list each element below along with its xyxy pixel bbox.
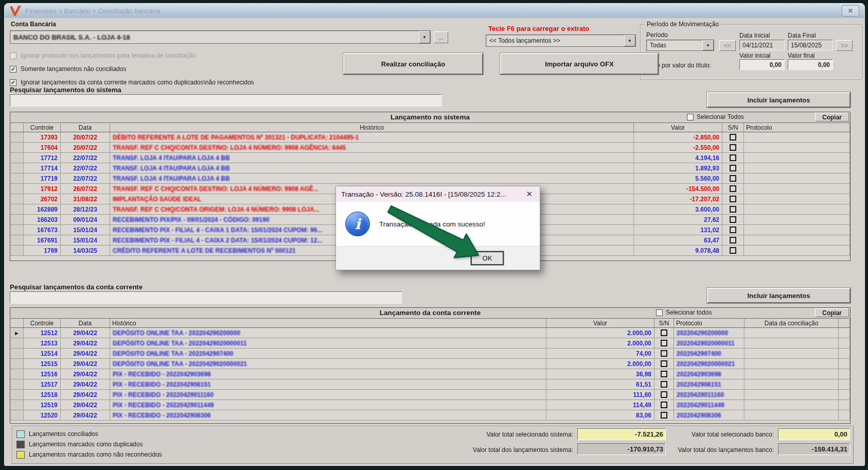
- account-label: Conta Bancária: [11, 21, 56, 28]
- select-all-checkbox[interactable]: [687, 114, 694, 120]
- sn-cell: [722, 204, 744, 214]
- table-row[interactable]: 1251929/04/22PIX - RECEBIDO - 2022042901…: [10, 400, 850, 410]
- controle-cell: 17912: [24, 184, 61, 194]
- extra-cell: [839, 410, 850, 420]
- table-row[interactable]: 1251829/04/22PIX - RECEBIDO - 2022042901…: [10, 390, 850, 400]
- controle-cell: 17604: [24, 143, 61, 152]
- chevron-down-icon[interactable]: ▼: [624, 35, 635, 46]
- sn-checkbox[interactable]: [661, 412, 667, 419]
- sn-checkbox[interactable]: [661, 329, 667, 336]
- sn-checkbox[interactable]: [730, 154, 736, 161]
- start-date-field[interactable]: 04/11/2021: [739, 40, 785, 50]
- start-date-label: Data Inicial: [739, 32, 770, 39]
- bank-table-band: Lançamento da conta corrente Selecionar …: [10, 308, 850, 319]
- sn-checkbox[interactable]: [730, 185, 736, 192]
- select-all-system[interactable]: Selecionar Todos: [687, 113, 744, 120]
- chevron-down-icon[interactable]: ▼: [702, 40, 714, 50]
- sn-checkbox[interactable]: [730, 175, 736, 182]
- sn-checkbox[interactable]: [661, 360, 667, 367]
- sn-checkbox[interactable]: [730, 216, 736, 223]
- chevron-down-icon[interactable]: ▼: [419, 31, 430, 43]
- browse-account-button[interactable]: ...: [434, 31, 448, 43]
- sn-checkbox[interactable]: [661, 350, 667, 357]
- sn-cell: [722, 153, 744, 163]
- legend-item: Lançamentos marcados como não reconhecid…: [16, 449, 162, 460]
- sn-checkbox[interactable]: [730, 165, 736, 171]
- period-prev-button[interactable]: <<: [719, 40, 736, 51]
- table-row[interactable]: 1251329/04/22DEPÓSITO ONLINE TAA - 20220…: [10, 338, 850, 349]
- sn-checkbox[interactable]: [730, 247, 736, 254]
- sn-checkbox[interactable]: [730, 144, 736, 151]
- sn-cell: [722, 184, 744, 194]
- all-bank-total-label: Valor total dos lançamentos banco:: [578, 446, 774, 454]
- table-row[interactable]: 1251729/04/22PIX - RECEBIDO - 2022042906…: [10, 379, 850, 390]
- include-bank-button[interactable]: Incluir lançamentos: [707, 288, 851, 303]
- controle-cell: 17714: [24, 163, 61, 173]
- sn-checkbox[interactable]: [730, 237, 736, 243]
- table-row[interactable]: 1251529/04/22DEPÓSITO ONLINE TAA - 20220…: [10, 359, 850, 369]
- sn-header: S/N: [722, 123, 744, 132]
- sn-checkbox[interactable]: [661, 381, 667, 388]
- sn-checkbox[interactable]: [730, 206, 736, 213]
- end-value-field[interactable]: 0,00: [788, 59, 833, 70]
- dialog-close-icon[interactable]: ✕: [524, 189, 535, 199]
- option-checkbox-row[interactable]: ✓Somente lançamentos não conciliados: [10, 64, 254, 74]
- valor-cell: 114,49: [546, 400, 654, 410]
- valor-header: Valor: [634, 123, 722, 132]
- extra-cell: [839, 328, 850, 338]
- valor-cell: 131,02: [634, 225, 722, 235]
- option-checkbox-row[interactable]: Ignorar protocolo nos lançamentos para t…: [10, 51, 254, 60]
- footer-panel: Lançamentos conciliadosLançamentos marca…: [12, 426, 854, 464]
- sn-checkbox[interactable]: [730, 196, 736, 202]
- system-table-header: Controle Data Histórico Valor S/N Protoc…: [10, 123, 850, 132]
- table-row[interactable]: 1251629/04/22PIX - RECEBIDO - 2022042903…: [10, 369, 850, 379]
- data-cell: 29/04/22: [61, 379, 110, 389]
- extra-cell: [839, 369, 850, 379]
- include-system-button[interactable]: Incluir lançamentos: [707, 92, 851, 108]
- end-date-label: Data Final: [788, 32, 816, 39]
- table-row[interactable]: 1771422/07/22TRANSF. LOJA 4 ITAU/PARA LO…: [10, 163, 850, 173]
- select-all-checkbox[interactable]: [656, 309, 663, 316]
- window-close-icon[interactable]: ✕: [842, 5, 859, 16]
- checkbox[interactable]: [10, 53, 16, 59]
- extra-cell: [839, 338, 850, 348]
- bank-account-select[interactable]: BANCO DO BRASIL S.A. - LOJA 4-18 ▼: [10, 30, 431, 44]
- valor-cell: 83,06: [546, 410, 654, 420]
- copy-bank-button[interactable]: Copiar: [815, 308, 849, 317]
- system-search-input[interactable]: [10, 94, 442, 107]
- period-next-button[interactable]: >>: [836, 40, 853, 51]
- sn-checkbox[interactable]: [730, 134, 736, 141]
- bank-search-input[interactable]: [10, 291, 402, 304]
- table-row[interactable]: 1251429/04/22DEPÓSITO ONLINE TAA - 20220…: [10, 349, 850, 359]
- start-value-field[interactable]: 0,00: [739, 59, 785, 70]
- end-value-label: Valor final: [788, 52, 814, 59]
- title-bar: Financeiro > Bancário > Conciliação banc…: [5, 4, 864, 18]
- table-row[interactable]: 1252029/04/22PIX - RECEBIDO - 2022042908…: [10, 410, 850, 421]
- sn-checkbox[interactable]: [661, 391, 667, 398]
- sn-checkbox[interactable]: [730, 227, 736, 233]
- table-row[interactable]: 1771922/07/22TRANSF. LOJA 4 ITAU/PARA LO…: [10, 173, 850, 184]
- copy-system-button[interactable]: Copiar: [815, 113, 849, 121]
- data-cell: 22/07/22: [61, 153, 110, 163]
- sn-checkbox[interactable]: [661, 340, 667, 346]
- table-row[interactable]: 1771222/07/22TRANSF. LOJA 4 ITAU/PARA LO…: [10, 153, 850, 163]
- period-select[interactable]: Todas ▼: [646, 40, 714, 51]
- valor-cell: 1.892,93: [634, 163, 722, 173]
- extract-filter-select[interactable]: << Todos lançamentos >> ▼: [486, 34, 636, 47]
- table-row[interactable]: ►1251229/04/22DEPÓSITO ONLINE TAA - 2022…: [10, 328, 850, 338]
- table-row[interactable]: 1739320/07/22DÉBITO REFERENTE A LOTE DE …: [10, 132, 850, 143]
- checkbox[interactable]: ✓: [10, 79, 16, 86]
- import-ofx-button[interactable]: Importar arquivo OFX: [500, 53, 659, 75]
- select-all-bank[interactable]: Selecionar todos: [656, 309, 712, 316]
- checkbox[interactable]: ✓: [10, 66, 16, 73]
- valor-cell: 3.600,00: [634, 204, 722, 214]
- sn-checkbox[interactable]: [661, 371, 667, 377]
- table-row[interactable]: 1760420/07/22TRANSF. REF C CHQ/CONTA DES…: [10, 143, 850, 153]
- sn-cell: [722, 215, 744, 224]
- sn-checkbox[interactable]: [661, 402, 667, 408]
- reconcile-button[interactable]: Realizar conciliação: [343, 53, 483, 75]
- bank-table: Lançamento da conta corrente Selecionar …: [10, 307, 851, 424]
- end-date-field[interactable]: 15/08/2025: [788, 40, 833, 50]
- historico-header: Histórico: [110, 319, 546, 327]
- legend-label: Lançamentos marcados como não reconhecid…: [29, 451, 162, 458]
